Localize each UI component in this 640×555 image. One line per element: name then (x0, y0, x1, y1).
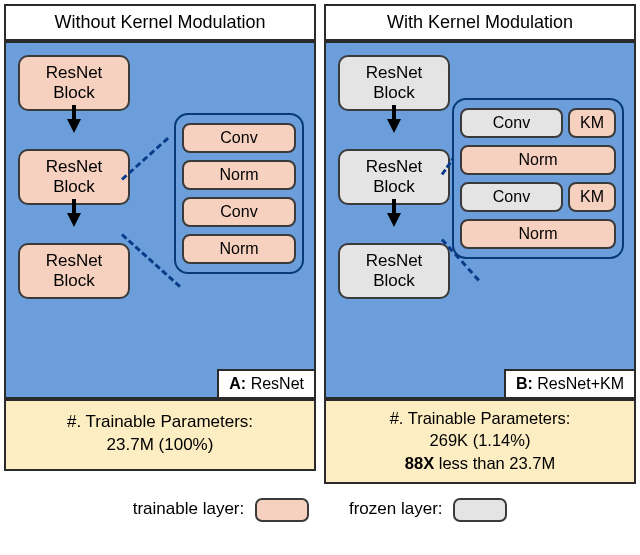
arrow-down-icon (67, 119, 81, 133)
panel-title-left: Without Kernel Modulation (4, 4, 316, 41)
block-detail-left: Conv Norm Conv Norm (174, 113, 304, 274)
layer-norm: Norm (182, 234, 296, 264)
layer-conv: Conv (460, 108, 563, 138)
figure-wrap: Without Kernel Modulation ResNetBlock Re… (0, 0, 640, 488)
arrow-down-icon (387, 119, 401, 133)
layer-norm: Norm (460, 145, 616, 175)
layer-row: Conv KM (460, 182, 616, 212)
panel-label-b: B: ResNet+KM (504, 369, 634, 397)
diagram-right: ResNetBlock ResNetBlock ResNetBlock Conv… (324, 41, 636, 399)
panel-letter: A: (229, 375, 246, 392)
layer-conv: Conv (182, 123, 296, 153)
layer-row: Conv KM (460, 108, 616, 138)
resnet-block: ResNetBlock (338, 149, 450, 205)
block-detail-right: Conv KM Norm Conv KM Norm (452, 98, 624, 259)
arrow-down-icon (387, 213, 401, 227)
params-reduction: 88X less than 23.7M (332, 452, 628, 474)
params-heading: #. Trainable Parameters: (12, 411, 308, 434)
legend-label: frozen layer: (349, 499, 443, 518)
swatch-trainable (255, 498, 309, 522)
arrow-down-icon (67, 213, 81, 227)
reduction-text: less than 23.7M (434, 454, 555, 472)
params-value: 269K (1.14%) (332, 429, 628, 451)
swatch-frozen (453, 498, 507, 522)
panel-variant: ResNet (251, 375, 304, 392)
resnet-block: ResNetBlock (18, 55, 130, 111)
legend-trainable: trainable layer: (133, 498, 309, 522)
panel-letter: B: (516, 375, 533, 392)
panel-variant: ResNet+KM (537, 375, 624, 392)
reduction-factor: 88X (405, 454, 434, 472)
params-heading: #. Trainable Parameters: (332, 407, 628, 429)
layer-km: KM (568, 182, 616, 212)
resnet-block: ResNetBlock (18, 243, 130, 299)
resnet-block: ResNetBlock (18, 149, 130, 205)
params-box-left: #. Trainable Parameters: 23.7M (100%) (4, 399, 316, 471)
layer-conv: Conv (460, 182, 563, 212)
diagram-left: ResNetBlock ResNetBlock ResNetBlock Conv… (4, 41, 316, 399)
layer-km: KM (568, 108, 616, 138)
layer-conv: Conv (182, 197, 296, 227)
layer-norm: Norm (460, 219, 616, 249)
params-box-right: #. Trainable Parameters: 269K (1.14%) 88… (324, 399, 636, 484)
legend-label: trainable layer: (133, 499, 245, 518)
resnet-block: ResNetBlock (338, 243, 450, 299)
panel-with-km: With Kernel Modulation ResNetBlock ResNe… (324, 4, 636, 484)
panel-title-right: With Kernel Modulation (324, 4, 636, 41)
resnet-block: ResNetBlock (338, 55, 450, 111)
legend-frozen: frozen layer: (349, 498, 507, 522)
legend: trainable layer: frozen layer: (0, 488, 640, 526)
layer-norm: Norm (182, 160, 296, 190)
panel-without-km: Without Kernel Modulation ResNetBlock Re… (4, 4, 316, 484)
params-value: 23.7M (100%) (12, 434, 308, 457)
panel-label-a: A: ResNet (217, 369, 314, 397)
